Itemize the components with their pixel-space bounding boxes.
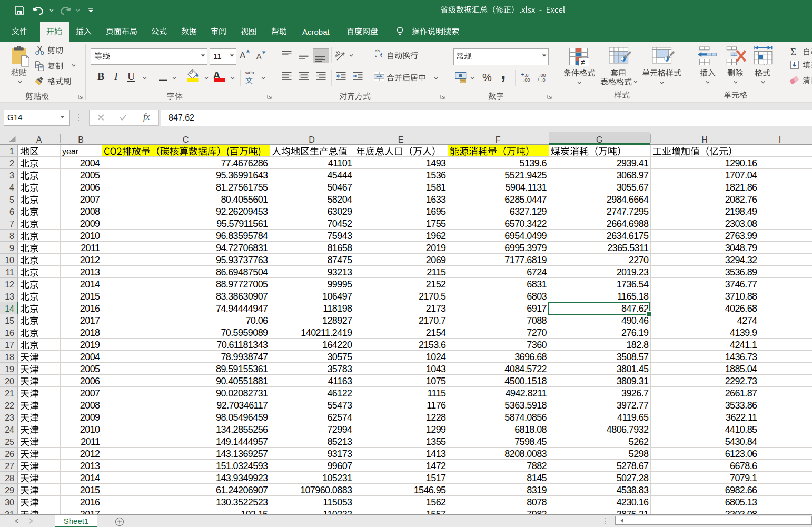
svg-text:ab: ab <box>375 48 380 53</box>
svg-text:≠: ≠ <box>581 58 585 66</box>
svg-text:Σ: Σ <box>790 47 796 57</box>
svg-text:c: c <box>375 53 377 57</box>
svg-text:.0: .0 <box>541 77 546 82</box>
svg-text:.00: .00 <box>523 77 530 82</box>
